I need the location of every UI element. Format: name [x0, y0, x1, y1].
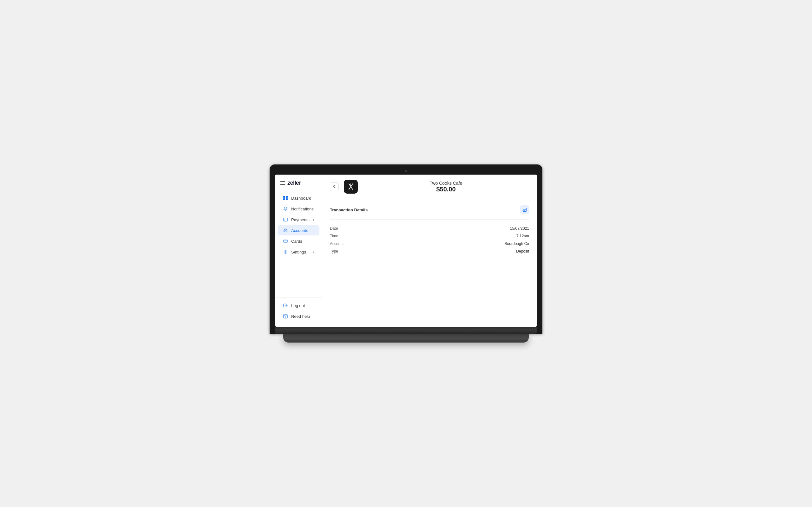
transaction-title-area: Two Cooks Cafe $50.00 — [363, 181, 529, 193]
hamburger-icon[interactable] — [281, 181, 285, 185]
detail-row: Type Deposit — [330, 247, 529, 255]
screen-bezel: zeller Dashboard — [270, 164, 542, 334]
sidebar-item-label: Accounts — [291, 228, 308, 233]
screen: zeller Dashboard — [275, 175, 537, 327]
chevron-down-icon: ▾ — [313, 250, 314, 254]
sidebar-item-accounts[interactable]: Accounts — [278, 225, 319, 235]
help-icon — [283, 314, 288, 319]
settings-icon — [283, 249, 288, 255]
sidebar-item-notifications[interactable]: Notifications — [278, 204, 319, 214]
transaction-amount: $50.00 — [363, 186, 529, 193]
sidebar-item-label: Dashboard — [291, 196, 311, 201]
details-header: Transaction Details — [330, 205, 529, 214]
svg-point-9 — [285, 251, 286, 252]
logo-area: zeller — [275, 180, 322, 186]
detail-value: Sourdough Co — [505, 241, 529, 246]
detail-label: Type — [330, 249, 338, 253]
svg-rect-7 — [284, 240, 287, 242]
sidebar-item-label: Need help — [291, 314, 310, 319]
transaction-details-section: Transaction Details — [322, 199, 537, 262]
sidebar-item-label: Log out — [291, 303, 305, 308]
svg-rect-6 — [284, 220, 285, 221]
sidebar-item-help[interactable]: Need help — [278, 311, 319, 321]
merchant-name: Two Cooks Cafe — [363, 181, 529, 186]
cards-icon — [283, 239, 288, 244]
sidebar-bottom: Log out Need help — [275, 297, 322, 322]
svg-rect-4 — [284, 218, 287, 221]
merchant-icon — [344, 180, 358, 193]
nav-items: Dashboard Notifications — [275, 193, 322, 297]
sidebar-item-label: Payments — [291, 217, 310, 222]
laptop-base — [275, 327, 537, 334]
logout-icon — [283, 303, 288, 308]
divider — [330, 219, 529, 220]
detail-value: Deposit — [516, 249, 529, 253]
accounts-icon — [283, 228, 288, 233]
sidebar-item-logout[interactable]: Log out — [278, 300, 319, 311]
logo-text: zeller — [287, 180, 301, 186]
dashboard-icon — [283, 195, 288, 201]
camera-dot — [405, 170, 407, 172]
sidebar-item-cards[interactable]: Cards — [278, 236, 319, 246]
sidebar-item-settings[interactable]: Settings ▾ — [278, 247, 319, 257]
sidebar-item-dashboard[interactable]: Dashboard — [278, 193, 319, 203]
detail-row: Date 15/07/2021 — [330, 225, 529, 232]
sidebar-item-label: Notifications — [291, 207, 314, 211]
laptop-bottom — [283, 334, 529, 343]
detail-value: 7:12am — [516, 234, 529, 238]
detail-label: Account — [330, 241, 344, 246]
payments-icon — [283, 217, 288, 222]
detail-label: Time — [330, 234, 338, 238]
sidebar-item-payments[interactable]: Payments ▾ — [278, 215, 319, 225]
detail-row: Time 7:12am — [330, 232, 529, 240]
detail-row: Account Sourdough Co — [330, 240, 529, 247]
details-title: Transaction Details — [330, 208, 368, 212]
receipt-icon-button[interactable] — [520, 205, 529, 214]
svg-rect-2 — [283, 199, 285, 200]
laptop-wrapper: zeller Dashboard — [270, 164, 542, 343]
main-content: Two Cooks Cafe $50.00 Transaction Detail… — [322, 175, 537, 327]
sidebar-item-label: Cards — [291, 239, 302, 244]
notifications-icon — [283, 206, 288, 211]
sidebar-item-label: Settings — [291, 250, 306, 255]
camera-area — [275, 170, 537, 172]
transaction-header: Two Cooks Cafe $50.00 — [322, 175, 537, 199]
svg-rect-1 — [286, 196, 288, 198]
svg-point-12 — [285, 317, 286, 318]
svg-rect-0 — [283, 196, 285, 198]
back-button[interactable] — [330, 182, 339, 191]
sidebar: zeller Dashboard — [275, 175, 322, 327]
svg-rect-3 — [286, 199, 288, 200]
detail-value: 15/07/2021 — [510, 226, 529, 231]
detail-label: Date — [330, 226, 338, 231]
chevron-down-icon: ▾ — [313, 218, 314, 222]
